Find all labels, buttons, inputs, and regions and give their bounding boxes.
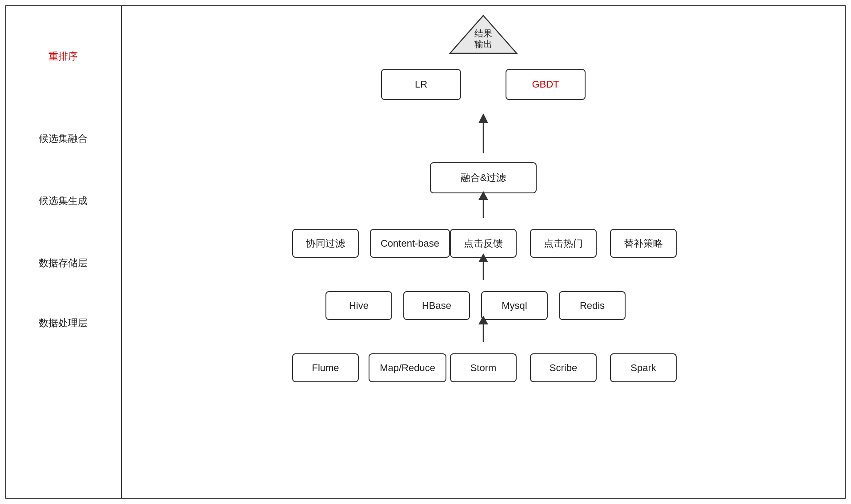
svg-marker-8 [478,253,488,262]
label-storage: 数据存储层 [5,232,121,294]
arrow-processing-to-storage [477,316,490,344]
box-flume: Flume [292,353,359,382]
merge-layer: 融合&过滤 [121,158,846,220]
box-redis: Redis [559,291,626,320]
box-fallback: 替补策略 [610,229,677,258]
svg-text:结果: 结果 [474,28,492,38]
box-gbdt: GBDT [506,69,586,100]
box-lr: LR [381,69,461,100]
svg-marker-6 [478,191,488,200]
storage-layer: Hive HBase Mysql Redis [121,282,846,344]
box-storm: Storm [450,353,517,382]
candidate-gen-layer: 协同过滤 Content-base 点击反馈 点击热门 替补策略 [121,220,846,282]
box-hive: Hive [325,291,392,320]
arrow-storage-to-candidate [477,253,490,282]
box-content-base: Content-base [370,229,450,258]
output-section: 结果 输出 [448,13,519,56]
svg-marker-10 [478,316,488,324]
processing-layer: Flume Map/Reduce Storm Scribe Spark [121,344,846,402]
box-mapreduce: Map/Reduce [369,353,446,382]
reorder-layer: LR GBDT [121,56,846,158]
box-mysql: Mysql [481,291,548,320]
label-processing: 数据处理层 [5,294,121,352]
arrow-merge-to-reorder [477,113,490,158]
svg-marker-4 [478,113,488,123]
svg-text:输出: 输出 [474,39,492,49]
box-scribe: Scribe [530,353,597,382]
box-merge-filter: 融合&过滤 [430,162,537,193]
box-spark: Spark [610,353,677,382]
layer-labels: 重排序 候选集融合 候选集生成 数据存储层 数据处理层 [5,5,121,499]
label-reorder: 重排序 [5,5,121,108]
label-candidate-gen: 候选集生成 [5,170,121,232]
label-merge: 候选集融合 [5,108,121,170]
arrow-candidate-to-merge [477,191,490,220]
box-collab-filter: 协同过滤 [292,229,359,258]
box-hbase: HBase [403,291,470,320]
diagram-area: 结果 输出 LR GBDT 融合&过滤 协同 [121,5,846,499]
output-arrow-svg: 结果 输出 [448,13,519,56]
box-click-hot: 点击热门 [530,229,597,258]
